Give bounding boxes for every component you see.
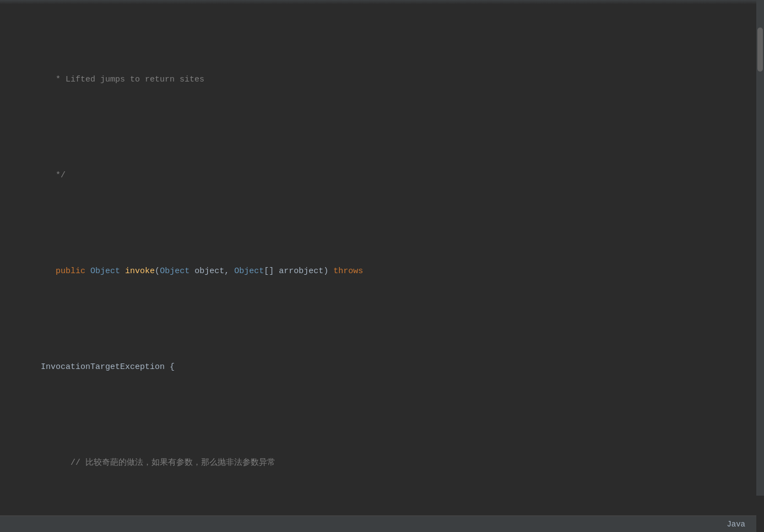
top-fade xyxy=(0,0,756,4)
scrollbar-thumb[interactable] xyxy=(757,28,763,72)
code-line-1: * Lifted jumps to return sites xyxy=(11,58,764,101)
code-line-3: public Object invoke(Object object, Obje… xyxy=(11,250,764,293)
status-bar: Java xyxy=(0,515,756,532)
code-line-2: */ xyxy=(11,154,764,197)
language-label: Java xyxy=(727,520,745,529)
code-line-5: // 比较奇葩的做法，如果有参数，那么抛非法参数异常 xyxy=(11,442,764,485)
editor-container: * Lifted jumps to return sites */ public… xyxy=(0,0,764,532)
scrollbar-vertical[interactable] xyxy=(756,0,764,496)
code-area[interactable]: * Lifted jumps to return sites */ public… xyxy=(0,0,764,532)
code-line-4: InvocationTargetException { xyxy=(11,346,764,389)
